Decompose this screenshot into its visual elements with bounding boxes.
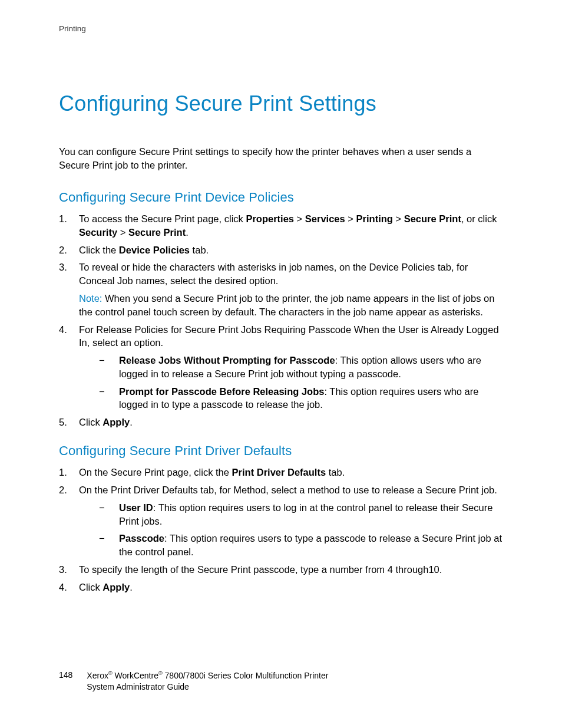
page-title: Configuring Secure Print Settings (59, 89, 504, 118)
sublist-item: Prompt for Passcode Before Releasing Job… (99, 385, 504, 412)
bold: Apply (103, 582, 130, 592)
text: Click the (79, 245, 119, 255)
list-item: To specify the length of the Secure Prin… (59, 563, 504, 577)
sublist-item: Passcode: This option requires users to … (99, 532, 504, 559)
text: For Release Policies for Secure Print Jo… (79, 323, 504, 350)
list-item: On the Secure Print page, click the Prin… (59, 466, 504, 479)
page-number: 148 (59, 670, 72, 681)
section2-list: On the Secure Print page, click the Prin… (59, 466, 504, 594)
text: . (130, 582, 133, 592)
text: To access the Secure Print page, click (79, 213, 246, 224)
footer-line2: System Administrator Guide (87, 681, 328, 693)
bold: Printing (356, 213, 393, 224)
text: On the Print Driver Defaults tab, for Me… (79, 483, 504, 497)
text: tab. (326, 467, 345, 477)
text: : This option requires users to log in a… (119, 502, 492, 526)
page-header-section: Printing (59, 24, 504, 35)
text: On the Secure Print page, click the (79, 467, 232, 477)
footer-text: Xerox® WorkCentre® 7800/7800i Series Col… (87, 670, 328, 693)
text: > (345, 213, 356, 224)
text: > (117, 227, 128, 238)
text: > (393, 213, 404, 224)
bold: Security (79, 227, 117, 238)
section1-heading: Configuring Secure Print Device Policies (59, 189, 504, 206)
section1-list: To access the Secure Print page, click P… (59, 212, 504, 429)
bold: Services (305, 213, 345, 224)
reg-icon: ® (108, 670, 113, 676)
text: : This option requires users to type a p… (119, 533, 502, 557)
list-item: Click Apply. (59, 581, 504, 594)
note-text: When you send a Secure Print job to the … (79, 293, 494, 317)
list-item: Click Apply. (59, 416, 504, 429)
list-item: Click the Device Policies tab. (59, 243, 504, 257)
bold: Print Driver Defaults (232, 467, 326, 477)
note-label: Note: (79, 293, 102, 304)
list-item: For Release Policies for Secure Print Jo… (59, 323, 504, 412)
text: Click (79, 417, 103, 427)
bold: Passcode (119, 533, 164, 543)
sublist-item: User ID: This option requires users to l… (99, 501, 504, 528)
sublist-item: Release Jobs Without Prompting for Passc… (99, 354, 504, 381)
intro-paragraph: You can configure Secure Print settings … (59, 145, 504, 172)
bold: Properties (246, 213, 294, 224)
list-item: To reveal or hide the characters with as… (59, 261, 504, 318)
text: Click (79, 582, 103, 592)
text: . (186, 227, 189, 238)
text: . (130, 417, 133, 427)
page-footer: 148 Xerox® WorkCentre® 7800/7800i Series… (59, 670, 504, 693)
text: , or click (461, 213, 497, 224)
text: > (294, 213, 305, 224)
sublist: Release Jobs Without Prompting for Passc… (79, 354, 504, 411)
list-item: On the Print Driver Defaults tab, for Me… (59, 483, 504, 559)
bold: Release Jobs Without Prompting for Passc… (119, 355, 335, 365)
section2-heading: Configuring Secure Print Driver Defaults (59, 442, 504, 460)
footer-brand: Xerox (87, 670, 108, 680)
bold: User ID (119, 502, 153, 513)
bold: Apply (103, 417, 130, 427)
bold: Prompt for Passcode Before Releasing Job… (119, 386, 324, 397)
text: tab. (190, 245, 209, 255)
reg-icon: ® (158, 670, 163, 676)
bold: Device Policies (119, 245, 190, 255)
note: Note: When you send a Secure Print job t… (79, 292, 504, 319)
sublist: User ID: This option requires users to l… (79, 501, 504, 559)
bold: Secure Print (404, 213, 461, 224)
footer-model: 7800/7800i Series Color Multifunction Pr… (163, 670, 329, 680)
bold: Secure Print (128, 227, 186, 238)
text: To reveal or hide the characters with as… (79, 261, 504, 288)
footer-product: WorkCentre (113, 670, 158, 680)
list-item: To access the Secure Print page, click P… (59, 212, 504, 239)
